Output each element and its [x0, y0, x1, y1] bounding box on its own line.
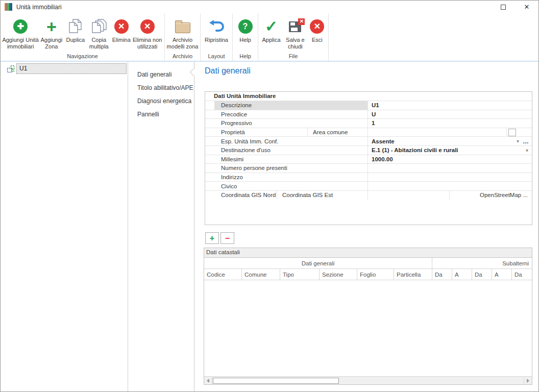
proprieta-field[interactable]: [368, 128, 506, 137]
millesimi-field[interactable]: 1000.00: [368, 155, 532, 164]
group-header-dati-generali[interactable]: Dati generali: [204, 258, 432, 268]
ribbon-toolbar: ✚ Aggiungi Unità immobiliari + Aggiungi …: [1, 13, 539, 61]
page-title: Dati generali: [205, 66, 251, 76]
folder-icon: [175, 22, 190, 33]
nav-item-pannelli[interactable]: Pannelli: [128, 108, 194, 121]
ribbon-group-archivio: Archivio modelli zona Archivio: [165, 13, 201, 61]
ribbon-group-label: Help: [233, 53, 258, 59]
destinazione-dropdown[interactable]: E.1 (1) - Abitazioni civili e rurali ▾: [368, 146, 532, 155]
form-row-indirizzo: Indirizzo: [205, 173, 532, 182]
form-row-destinazione: Destinazione d'uso E.1 (1) - Abitazioni …: [205, 145, 532, 155]
nav-item-dati-generali[interactable]: Dati generali: [128, 68, 194, 81]
form-row-descrizione: Descrizione U1: [205, 101, 532, 110]
area-comune-checkbox[interactable]: [508, 129, 516, 136]
tree-item-u1[interactable]: U1: [7, 63, 127, 74]
nav-item-diagnosi-energetica[interactable]: Diagnosi energetica: [128, 94, 194, 108]
chevron-down-icon[interactable]: ▾: [517, 138, 523, 144]
close-icon: ✕: [524, 3, 530, 11]
column-a-1[interactable]: A: [452, 269, 472, 280]
form-group-header: Dati Unità Immobiliare: [205, 92, 532, 101]
delete-circle-icon: ✕: [140, 19, 155, 34]
ribbon-group-file: ✓ Applica ✕ Salva e chiudi ✕ Esci File: [258, 13, 329, 61]
maximize-icon: [501, 5, 506, 10]
column-sezione[interactable]: Sezione: [320, 269, 357, 280]
field-label: Esp. Unità Imm. Conf.: [214, 137, 368, 145]
form-row-esp-unita: Esp. Unità Imm. Conf. Assente ▾ …: [205, 136, 532, 145]
ribbon-group-layout: Ripristina Layout: [201, 13, 233, 61]
save-close-icon: ✕: [289, 21, 301, 32]
field-label: Numero persone presenti: [214, 164, 368, 173]
column-da-3[interactable]: Da: [512, 269, 532, 280]
column-a-2[interactable]: A: [492, 269, 512, 280]
column-comune[interactable]: Comune: [242, 269, 280, 280]
chevron-down-icon[interactable]: ▾: [526, 148, 532, 153]
field-label: Progressivo: [214, 119, 368, 128]
plus-icon: +: [46, 19, 57, 34]
precodice-field[interactable]: U: [368, 110, 532, 119]
table-column-header: Codice Comune Tipo Sezione Foglio Partic…: [204, 269, 532, 280]
ribbon-group-label: Layout: [201, 53, 232, 59]
numero-persone-field[interactable]: [368, 164, 532, 173]
tree-item-label: U1: [16, 63, 127, 74]
app-icon: [5, 3, 12, 11]
descrizione-field[interactable]: U1: [368, 101, 532, 110]
field-label: Precodice: [214, 110, 368, 119]
column-particella[interactable]: Particella: [394, 269, 432, 280]
form-row-millesimi: Millesimi 1000.00: [205, 155, 532, 164]
openstreetmap-button[interactable]: OpenStreetMap ...: [449, 191, 532, 200]
arrow-right-icon: [527, 379, 529, 383]
ellipsis-button[interactable]: …: [523, 138, 532, 145]
form-row-civico: Civico: [205, 181, 532, 190]
nav-item-titolo-abilitativo[interactable]: Titolo abilitativo/APE: [128, 81, 194, 94]
form-row-numero-persone: Numero persone presenti: [205, 163, 532, 173]
table-group-header: Dati generali Subalterni: [204, 258, 532, 269]
dati-catastali-table: Dati catastali Dati generali Subalterni …: [204, 248, 532, 385]
window-controls: ✕: [492, 1, 538, 13]
field-label: Civico: [214, 182, 368, 190]
column-foglio[interactable]: Foglio: [357, 269, 394, 280]
indirizzo-field[interactable]: [368, 173, 532, 182]
form-row-precodice: Precodice U: [205, 110, 532, 119]
scrollbar-thumb[interactable]: [213, 378, 339, 384]
column-codice[interactable]: Codice: [204, 269, 242, 280]
civico-field[interactable]: [368, 182, 532, 190]
close-button[interactable]: ✕: [515, 1, 538, 13]
field-label: Indirizzo: [214, 173, 368, 182]
help-circle-icon: ?: [238, 19, 253, 34]
group-header-subalterni[interactable]: Subalterni: [432, 258, 532, 268]
progressivo-field[interactable]: 1: [368, 119, 532, 128]
column-tipo[interactable]: Tipo: [280, 269, 320, 280]
ribbon-group-label: File: [258, 53, 328, 59]
duplicate-pages-icon: [68, 19, 83, 34]
add-row-button[interactable]: +: [205, 232, 219, 244]
scroll-left-button[interactable]: [204, 377, 212, 384]
scroll-right-button[interactable]: [524, 377, 532, 384]
close-badge-icon: ✕: [298, 18, 305, 25]
section-nav-panel: Dati generali Titolo abilitativo/APE Dia…: [128, 62, 194, 391]
column-da-2[interactable]: Da: [472, 269, 492, 280]
catastali-toolbar: + −: [205, 232, 234, 244]
ribbon-group-label: Navigazione: [1, 53, 164, 59]
ribbon-group-label: Archivio: [165, 53, 200, 59]
field-label-gis-nord: Coordinata GIS Nord: [214, 191, 277, 200]
column-da-1[interactable]: Da: [432, 269, 452, 280]
title-bar: Unità immobiliari ✕: [1, 1, 538, 13]
delete-circle-icon: ✕: [114, 19, 129, 34]
multi-pages-icon: [91, 19, 107, 34]
undo-icon: [209, 20, 224, 33]
gis-value-field[interactable]: [368, 191, 449, 200]
maximize-button[interactable]: [492, 1, 515, 13]
arrow-left-icon: [207, 379, 209, 383]
field-label: Proprietà: [214, 128, 307, 137]
table-body-empty[interactable]: [204, 280, 532, 376]
remove-row-button[interactable]: −: [220, 232, 234, 244]
field-label: Millesimi: [214, 155, 368, 164]
unit-icon: [7, 65, 15, 73]
add-circle-icon: ✚: [13, 19, 28, 34]
unit-tree-panel: U1: [1, 62, 128, 391]
form-row-progressivo: Progressivo 1: [205, 118, 532, 128]
esp-unita-dropdown[interactable]: Assente ▾ …: [368, 137, 532, 145]
form-row-coordinate-gis: Coordinata GIS Nord Coordinata GIS Est O…: [205, 190, 532, 200]
dati-unita-form: Dati Unità Immobiliare Descrizione U1 Pr…: [205, 91, 532, 225]
horizontal-scrollbar[interactable]: [204, 376, 532, 384]
